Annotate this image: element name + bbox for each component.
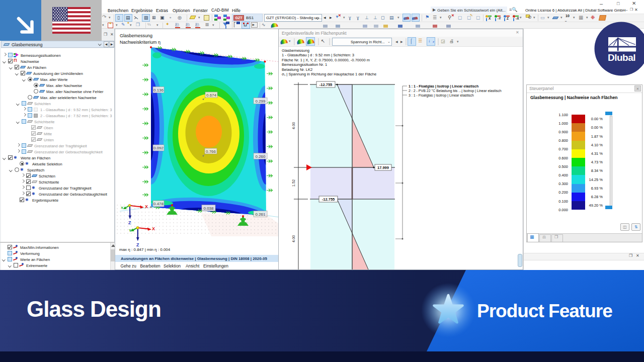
svg-text:Y: Y (121, 206, 124, 210)
svg-text:3 : 1 - Floatglas | Isotrop |: 3 : 1 - Floatglas | Isotrop | Linear ela… (409, 94, 474, 98)
svg-text:0.766: 0.766 (206, 149, 216, 154)
svg-text:1 : 1 - Floatglas | Isotrop |: 1 : 1 - Floatglas | Isotrop | Linear ela… (409, 84, 478, 88)
svg-text:17.999: 17.999 (377, 165, 389, 170)
svg-text:Y: Y (129, 228, 132, 233)
svg-text:0.136: 0.136 (153, 88, 164, 93)
svg-text:-12.755: -12.755 (322, 197, 335, 202)
svg-text:Dlubal: Dlubal (608, 52, 635, 63)
svg-text:0.674: 0.674 (206, 93, 217, 98)
svg-text:Z: Z (136, 242, 139, 247)
svg-text:Z: Z (128, 220, 131, 225)
svg-text:X: X (145, 204, 148, 209)
svg-text:0.261: 0.261 (255, 212, 266, 217)
svg-text:0.478: 0.478 (153, 202, 164, 206)
svg-text:-12.755: -12.755 (319, 82, 332, 87)
svg-text:4.00: 4.00 (291, 122, 296, 130)
svg-text:0.092: 0.092 (153, 146, 164, 150)
svg-text:1.52: 1.52 (291, 179, 296, 187)
svg-text:0.260: 0.260 (255, 154, 266, 159)
svg-text:2 : 2 - PVB 22 °C Belastung b: 2 : 2 - PVB 22 °C Belastung bis ...| Iso… (409, 89, 502, 93)
svg-text:4.00: 4.00 (291, 235, 296, 243)
svg-text:X: X (152, 226, 155, 231)
svg-text:0.299: 0.299 (255, 99, 266, 104)
svg-text:0.038: 0.038 (203, 206, 214, 211)
